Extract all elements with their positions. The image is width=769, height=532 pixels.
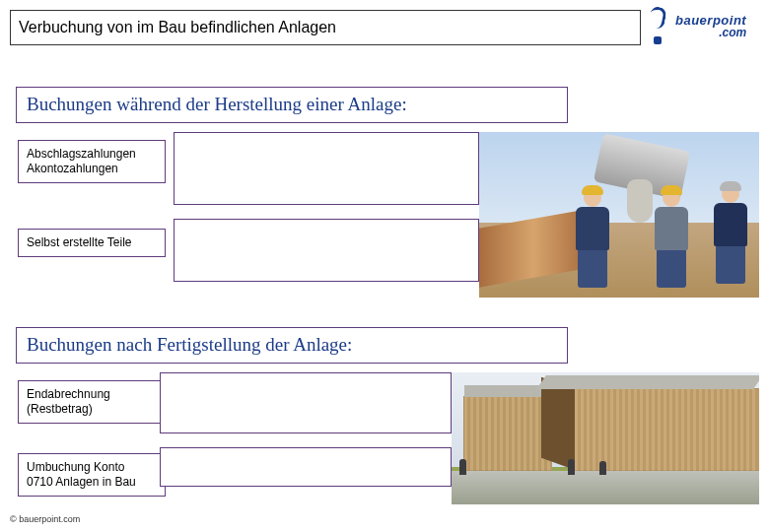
logo-line2: .com <box>675 27 746 38</box>
logo-mark-icon <box>646 7 671 44</box>
logo-text: bauerpoint .com <box>675 14 746 38</box>
person-icon <box>459 459 466 475</box>
label-line: Akontozahlungen <box>27 162 157 176</box>
label-selbst-erstellte-teile: Selbst erstellte Teile <box>18 229 166 257</box>
building-image <box>452 372 759 504</box>
content-box-c <box>160 372 452 433</box>
label-line: Abschlagszahlungen <box>27 147 157 162</box>
person-icon <box>568 459 575 475</box>
worker-icon <box>706 175 749 284</box>
section-heading-after: Buchungen nach Fertigstellung der Anlage… <box>16 327 568 364</box>
label-line: Umbuchung Konto <box>27 460 157 475</box>
worker-icon <box>647 164 698 288</box>
content-box-d <box>160 447 452 487</box>
logo-line1: bauerpoint <box>675 14 746 27</box>
label-endabrechnung: Endabrechnung (Restbetrag) <box>18 380 166 424</box>
slide-title: Verbuchung von im Bau befindlichen Anlag… <box>19 19 336 36</box>
building-right-icon <box>574 388 759 471</box>
person-icon <box>599 461 606 475</box>
worker-icon <box>568 169 617 288</box>
label-umbuchung: Umbuchung Konto 0710 Anlagen in Bau <box>18 453 166 497</box>
label-line: 0710 Anlagen in Bau <box>27 475 157 490</box>
label-abschlagszahlungen: Abschlagszahlungen Akontozahlungen <box>18 140 166 183</box>
slide: Verbuchung von im Bau befindlichen Anlag… <box>0 0 769 532</box>
footer-copyright: © bauerpoint.com <box>10 514 80 524</box>
construction-image <box>479 132 759 298</box>
content-box-b <box>174 219 479 282</box>
slide-title-box: Verbuchung von im Bau befindlichen Anlag… <box>10 10 641 45</box>
label-line: Selbst erstellte Teile <box>27 235 157 250</box>
label-line: Endabrechnung <box>27 387 157 402</box>
section-heading-during: Buchungen während der Herstellung einer … <box>16 87 568 123</box>
brand-logo: bauerpoint .com <box>646 6 759 45</box>
building-left-icon <box>463 396 552 471</box>
content-box-a <box>174 132 479 205</box>
label-line: (Restbetrag) <box>27 402 157 417</box>
